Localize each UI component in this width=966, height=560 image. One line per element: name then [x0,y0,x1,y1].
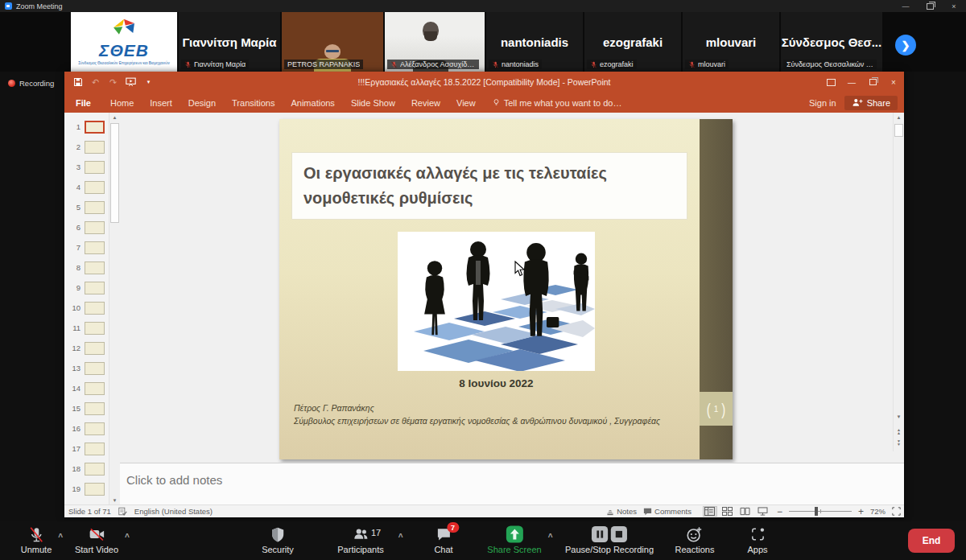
share-button[interactable]: Share [844,96,898,110]
slide-thumbnail-row-7[interactable]: 7 [64,237,109,257]
slide-thumbnail-row-19[interactable]: 19 [64,479,109,499]
share-screen-button[interactable]: Share Screen^ [487,525,541,554]
slide-thumbnail-row-10[interactable]: 10 [64,298,109,318]
tab-animations[interactable]: Animations [283,93,342,113]
slide-thumbnail[interactable] [85,342,105,355]
pause-stop-recording-button[interactable]: Pause/Stop Recording [565,525,654,554]
reactions-button[interactable]: Reactions [675,525,715,554]
restore-icon[interactable] [918,0,942,12]
slide-thumbnail[interactable] [85,121,105,134]
participant-tile-4[interactable]: Αλέξανδρος Ασσυχίδης (... [385,12,485,72]
participant-tile-2[interactable]: Γιαννίτση ΜαρίαΓιαννίτση Μαρία [179,12,280,72]
slide-1[interactable]: (1) Οι εργασιακές αλλαγές με τις τελευτα… [279,119,733,459]
chat-button[interactable]: 7Chat [434,525,452,554]
participant-tile-3[interactable]: PETROS RAPANAKIS [282,12,383,72]
slide-thumbnail[interactable] [85,463,105,476]
slide-thumbnail-row-8[interactable]: 8 [64,257,109,278]
unmute-button[interactable]: Unmute^ [21,525,52,554]
slide-thumbnail[interactable] [85,483,105,496]
chevron-up-icon[interactable]: ^ [58,533,63,541]
next-participants-button[interactable]: ❯ [895,35,916,56]
slide-thumbnail[interactable] [85,161,105,174]
slide-title-box[interactable]: Οι εργασιακές αλλαγές με τις τελευταίες … [291,152,687,220]
save-icon[interactable] [72,77,83,88]
redo-icon[interactable]: ↷ [108,77,118,88]
previous-slide-icon[interactable]: ▲▲ [894,428,904,434]
tab-review[interactable]: Review [403,93,448,113]
zoom-slider-thumb[interactable] [815,507,818,516]
slide-thumbnail[interactable] [85,181,105,194]
slide-thumbnail-row-5[interactable]: 5 [64,197,109,217]
business-people-illustration[interactable] [398,232,595,371]
slide-thumbnail-row-16[interactable]: 16 [64,418,109,439]
start-video-button[interactable]: Start Video^ [75,525,118,554]
tab-view[interactable]: View [448,93,484,113]
slide-thumbnail[interactable] [85,322,105,335]
ppt-close-icon[interactable]: × [883,72,904,93]
minimize-icon[interactable]: — [894,0,918,12]
chevron-up-icon[interactable]: ^ [548,533,553,541]
thumbnail-scrollbar[interactable]: ▲ ▼ [109,113,120,505]
security-button[interactable]: Security [262,525,294,554]
participant-tile-1[interactable]: ΣΘΕΒΣύνδεσμος Θεσσαλικών Επιχειρήσεων κα… [71,12,177,72]
participant-tile-6[interactable]: ezografakiezografaki [584,12,681,72]
slide-thumbnail-row-3[interactable]: 3 [64,157,109,177]
language-indicator[interactable]: English (United States) [134,507,213,516]
scroll-up-icon[interactable]: ▲ [109,113,120,122]
vscroll-up-icon[interactable]: ▲ [894,113,904,122]
participant-tile-8[interactable]: Σύνδεσμος Θεσ...Σύνδεσμος Θεσσαλικών Επι… [781,12,882,72]
slide-thumbnail-row-9[interactable]: 9 [64,278,109,298]
slide-thumbnail[interactable] [85,221,105,234]
apps-button[interactable]: Apps [747,525,767,554]
fit-to-window-icon[interactable] [892,507,901,516]
slide-thumbnail-row-15[interactable]: 15 [64,398,109,418]
slide-thumbnail[interactable] [85,282,105,294]
slide-thumbnail[interactable] [85,302,105,315]
slide-thumbnail-row-14[interactable]: 14 [64,378,109,398]
slide-thumbnail[interactable] [85,382,105,395]
zoom-percentage[interactable]: 72% [870,507,886,516]
notes-pane[interactable]: Click to add notes [120,463,904,505]
ribbon-display-options-icon[interactable] [820,72,841,93]
slide-thumbnail-row-18[interactable]: 18 [64,459,109,479]
tab-home[interactable]: Home [102,93,142,113]
zoom-slider[interactable] [789,511,852,512]
sign-in-link[interactable]: Sign in [809,98,836,108]
end-meeting-button[interactable]: End [908,529,955,553]
notes-toggle[interactable]: Notes [606,507,637,516]
slide-thumbnail[interactable] [85,201,105,214]
thumbnail-scroll-thumb[interactable] [110,123,119,223]
reading-view-button[interactable] [738,506,753,517]
vscroll-thumb[interactable] [894,124,903,137]
slide-thumbnail[interactable] [85,402,105,415]
tab-slide-show[interactable]: Slide Show [343,93,403,113]
slide-thumbnail-row-4[interactable]: 4 [64,177,109,197]
slide-thumbnail-row-1[interactable]: 1 [64,117,109,137]
slide-thumbnail[interactable] [85,362,105,375]
slide-sorter-view-button[interactable] [720,506,735,517]
slide-thumbnail[interactable] [85,422,105,435]
tell-me-box[interactable]: Tell me what you want to do… [492,98,622,108]
chevron-up-icon[interactable]: ^ [398,533,403,541]
undo-icon[interactable]: ↶ [90,77,101,88]
slide-thumbnail-row-11[interactable]: 11 [64,318,109,338]
tab-design[interactable]: Design [180,93,224,113]
slide-thumbnail[interactable] [85,141,105,154]
tab-file[interactable]: File [64,93,102,113]
chevron-up-icon[interactable]: ^ [125,533,130,541]
tab-transitions[interactable]: Transitions [224,93,283,113]
zoom-out-button[interactable]: − [777,506,782,517]
qat-more-icon[interactable]: ▾ [143,77,154,88]
vscroll-down-icon[interactable]: ▼ [894,412,904,422]
next-slide-icon[interactable]: ▼▼ [894,439,904,446]
slide-thumbnail[interactable] [85,443,105,455]
slide-thumbnail-row-2[interactable]: 2 [64,137,109,157]
comments-toggle[interactable]: Comments [643,507,691,516]
ppt-restore-icon[interactable] [862,72,883,93]
start-slideshow-icon[interactable] [126,77,136,88]
slide-thumbnail-row-6[interactable]: 6 [64,217,109,237]
zoom-in-button[interactable]: + [858,506,864,517]
normal-view-button[interactable] [703,506,717,517]
close-icon[interactable]: × [942,0,966,12]
participant-tile-7[interactable]: mlouvarimlouvari [683,12,779,72]
